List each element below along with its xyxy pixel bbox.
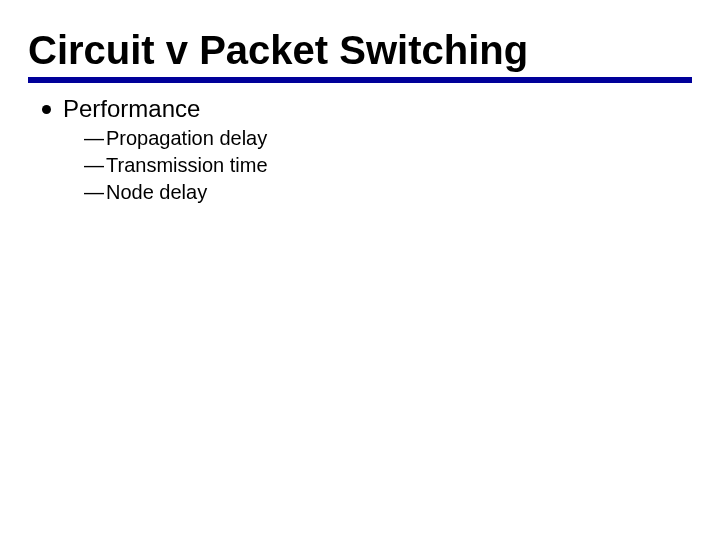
slide-title: Circuit v Packet Switching — [28, 28, 692, 83]
slide: Circuit v Packet Switching Performance —… — [0, 0, 720, 206]
sub-item: — Node delay — [84, 179, 692, 206]
sub-item: — Transmission time — [84, 152, 692, 179]
sub-list: — Propagation delay — Transmission time … — [84, 125, 692, 206]
sub-item-text: Propagation delay — [106, 125, 267, 152]
sub-item: — Propagation delay — [84, 125, 692, 152]
bullet-icon — [42, 105, 51, 114]
dash-icon: — — [84, 125, 104, 152]
bullet-item: Performance — [42, 95, 692, 123]
dash-icon: — — [84, 152, 104, 179]
sub-item-text: Transmission time — [106, 152, 268, 179]
dash-icon: — — [84, 179, 104, 206]
sub-item-text: Node delay — [106, 179, 207, 206]
bullet-text: Performance — [63, 95, 200, 123]
